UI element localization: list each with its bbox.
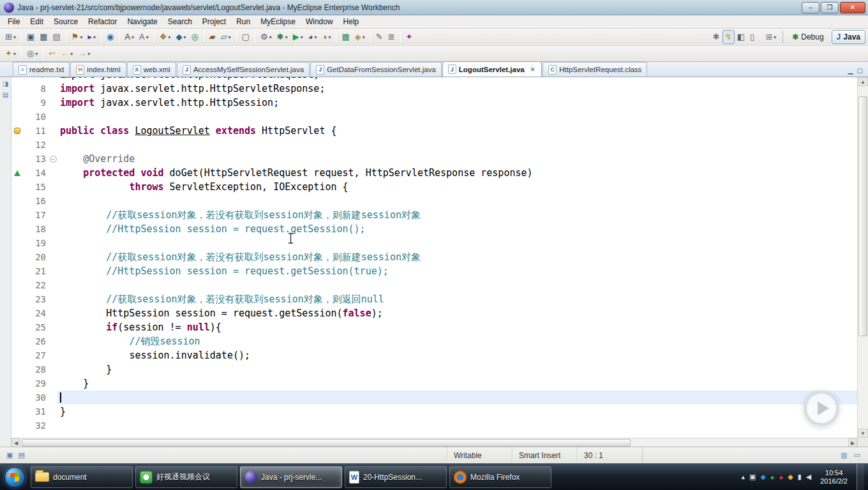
- code-text[interactable]: protected void doGet(HttpServletRequest …: [57, 166, 857, 180]
- code-text[interactable]: import javax.servlet.http.HttpServletRes…: [57, 82, 857, 96]
- tab-HttpServletRequest.class[interactable]: CHttpServletRequest.class: [542, 62, 647, 77]
- save-button[interactable]: ▣: [24, 30, 37, 44]
- code-text[interactable]: //获取session对象，若没有获取到session对象，则返回null: [57, 292, 857, 306]
- text-format-button[interactable]: A▾: [122, 30, 137, 44]
- tray-yellow-app-icon[interactable]: ◆: [788, 473, 793, 481]
- toggle-annotations-button[interactable]: ✎: [373, 30, 385, 44]
- horizontal-scrollbar[interactable]: ◀ ▶: [11, 438, 857, 447]
- menu-item-source[interactable]: Source: [49, 16, 83, 27]
- close-tab-icon[interactable]: ✕: [529, 66, 537, 73]
- save-all-button[interactable]: ▦: [37, 30, 50, 44]
- image-preview-button[interactable]: ▢: [239, 30, 252, 44]
- tray-red-app-icon[interactable]: ●: [779, 473, 784, 481]
- code-text[interactable]: [57, 390, 857, 405]
- scroll-down-icon[interactable]: ▼: [858, 429, 868, 438]
- show-left-panel-button[interactable]: ◧: [735, 30, 747, 44]
- console-view-icon[interactable]: ▭: [854, 451, 860, 459]
- search-button[interactable]: ◎▾: [24, 47, 40, 61]
- taskbar-myeclipse[interactable]: Java - prj-servle...: [240, 466, 342, 488]
- tab-index.html[interactable]: Hindex.html: [70, 62, 126, 77]
- tab-AccessMySelfSessionServlet.java[interactable]: JAccessMySelfSessionServlet.java: [177, 62, 310, 77]
- perspective-debug[interactable]: ✱Debug: [787, 30, 828, 44]
- code-text[interactable]: [57, 110, 857, 124]
- new-java-class-button[interactable]: ◆▾: [173, 30, 188, 44]
- menu-item-refactor[interactable]: Refactor: [83, 16, 122, 27]
- code-text[interactable]: //获取session对象，若没有获取到session对象，则新建session…: [57, 250, 857, 264]
- close-button[interactable]: ✕: [840, 2, 865, 13]
- scroll-right-icon[interactable]: ▶: [848, 438, 857, 447]
- video-play-overlay-button[interactable]: [804, 390, 839, 426]
- mark-occurrences-button[interactable]: ↯: [722, 30, 735, 44]
- tray-blue-app-icon[interactable]: ◆: [760, 473, 765, 481]
- code-text[interactable]: [57, 194, 857, 208]
- restore-package-explorer-icon[interactable]: ◨: [3, 80, 8, 87]
- report-designer-button[interactable]: ▱▾: [218, 30, 234, 44]
- deploy-button[interactable]: ⚑▾: [69, 30, 86, 44]
- code-text[interactable]: [57, 138, 857, 152]
- open-web-page-button[interactable]: ◎: [188, 30, 200, 44]
- code-text[interactable]: throws ServletException, IOException {: [57, 180, 857, 194]
- taskbar-firefox[interactable]: Mozilla Firefox: [449, 466, 551, 488]
- new-java-element-button[interactable]: ✦▾: [3, 47, 19, 61]
- toggle-breadcrumb-button[interactable]: ≣: [385, 30, 398, 44]
- code-text[interactable]: }: [57, 405, 857, 419]
- external-tools-button[interactable]: ⚙▾: [258, 30, 274, 44]
- code-text[interactable]: @Override: [57, 152, 857, 166]
- database-explorer-button[interactable]: ▰: [207, 30, 218, 44]
- code-text[interactable]: //获取session对象，若没有获取到session对象，则新建session…: [57, 208, 857, 222]
- heap-status-icon[interactable]: ▥: [841, 451, 847, 459]
- restore-view-icon[interactable]: ▤: [3, 91, 8, 98]
- horizontal-scroll-thumb[interactable]: [22, 439, 631, 447]
- collapse-icon[interactable]: −: [50, 156, 57, 163]
- show-hidden-icons[interactable]: ▴: [741, 473, 745, 481]
- code-text[interactable]: public class LogoutServlet extends HttpS…: [57, 124, 857, 138]
- minimize-button[interactable]: –: [802, 2, 819, 13]
- run-server-button[interactable]: ▸▾: [85, 30, 98, 44]
- debug-button[interactable]: ✱▾: [274, 30, 290, 44]
- code-text[interactable]: session.invalidate();: [57, 348, 857, 362]
- code-text[interactable]: //HttpSession session = request.getSessi…: [57, 222, 857, 236]
- tray-input-icon[interactable]: ▣: [749, 473, 756, 481]
- code-text[interactable]: if(session != null){: [57, 320, 857, 334]
- scroll-left-icon[interactable]: ◀: [11, 438, 20, 447]
- print-button[interactable]: ▤: [50, 30, 63, 44]
- menu-item-window[interactable]: Window: [301, 16, 338, 27]
- new-java-package-button[interactable]: ❖▾: [157, 30, 174, 44]
- tray-clock[interactable]: 10:54 2016/2/2: [816, 469, 851, 486]
- forward-history-button[interactable]: →▾: [75, 47, 93, 61]
- scroll-up-icon[interactable]: ▲: [858, 77, 868, 86]
- code-text[interactable]: import javax.servlet.http.HttpSession;: [57, 96, 857, 110]
- web-browser-button[interactable]: ◉: [104, 30, 116, 44]
- menu-item-help[interactable]: Help: [338, 16, 364, 27]
- new-wizard-button[interactable]: ⊞▾: [3, 30, 19, 44]
- code-text[interactable]: [57, 236, 857, 250]
- menu-item-file[interactable]: File: [3, 16, 25, 27]
- menu-item-navigate[interactable]: Navigate: [122, 16, 162, 27]
- open-perspective-button[interactable]: ⊞▾: [763, 31, 779, 43]
- code-editor[interactable]: 7import javax.servlet.http.HttpServletRe…: [11, 77, 857, 438]
- menu-item-edit[interactable]: Edit: [25, 16, 49, 27]
- fast-view-icon[interactable]: ▣: [6, 451, 13, 459]
- start-button[interactable]: [0, 464, 29, 490]
- tab-LogoutServlet.java[interactable]: JLogoutServlet.java✕: [442, 61, 542, 77]
- code-text[interactable]: import javax.servlet.http.HttpServletReq…: [57, 77, 857, 82]
- new-grid-button[interactable]: ▦: [339, 30, 352, 44]
- tab-readme.txt[interactable]: ≡readme.txt: [13, 62, 70, 77]
- coverage-button[interactable]: ◑▾: [320, 30, 334, 44]
- code-text[interactable]: HttpSession session = request.getSession…: [57, 306, 857, 320]
- show-right-panel-button[interactable]: ▯: [747, 30, 757, 44]
- menu-item-myeclipse[interactable]: MyEclipse: [255, 16, 301, 27]
- plugin-button[interactable]: ✱: [710, 30, 722, 44]
- vertical-scroll-thumb[interactable]: [858, 96, 867, 336]
- code-text[interactable]: [57, 419, 857, 433]
- tray-network-icon[interactable]: ▮: [798, 473, 802, 481]
- profile-button[interactable]: ◕▾: [306, 30, 320, 44]
- taskbar-haoshitong[interactable]: 好视通视频会议: [135, 466, 237, 488]
- back-history-button[interactable]: ←▾: [58, 47, 75, 61]
- maximize-button[interactable]: ❐: [821, 2, 839, 13]
- taskbar-httpsession-doc[interactable]: W20-HttpSession...: [345, 466, 447, 488]
- tray-volume-icon[interactable]: ◀: [806, 473, 811, 481]
- code-text[interactable]: //HttpSession session = request.getSessi…: [57, 264, 857, 278]
- maximize-view-icon[interactable]: ▢: [857, 67, 863, 74]
- code-text[interactable]: [57, 278, 857, 292]
